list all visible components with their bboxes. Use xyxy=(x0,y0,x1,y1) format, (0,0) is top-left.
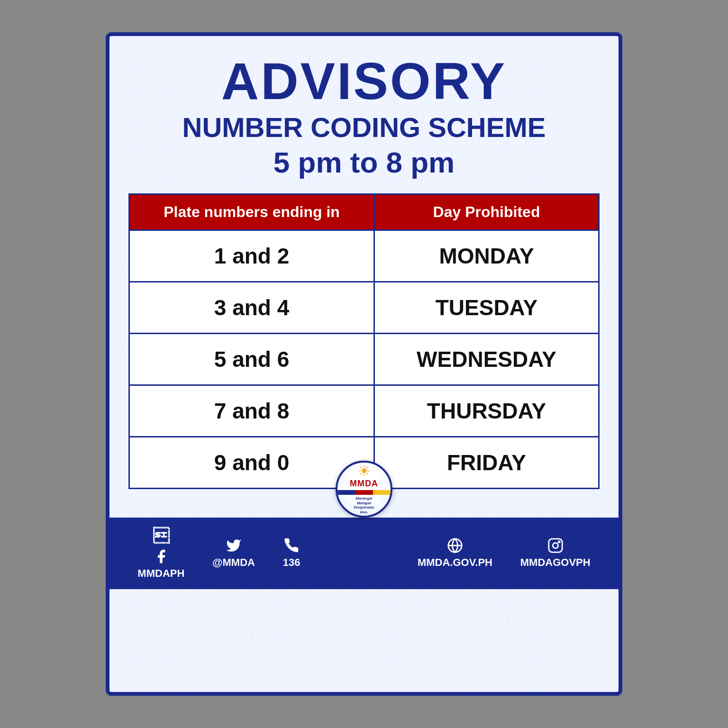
plate-4: 7 and 8 xyxy=(130,386,375,436)
plate-2: 3 and 4 xyxy=(130,282,375,333)
footer:  MMDAPH @MMDA 136 MMD xyxy=(109,518,619,589)
plate-1: 1 and 2 xyxy=(130,231,375,281)
instagram-label: MMDAGOVPH xyxy=(520,556,591,569)
advisory-title: ADVISORY xyxy=(221,55,507,107)
mmda-logo: ☀ MMDA MarangalMatapatDisiplinadoAko. xyxy=(336,461,392,518)
plate-3: 5 and 6 xyxy=(130,334,375,384)
day-3: WEDNESDAY xyxy=(375,334,598,384)
facebook-icon:  xyxy=(153,527,169,546)
footer-facebook:  MMDAPH xyxy=(137,527,184,580)
twitter-svg-icon xyxy=(226,537,242,554)
footer-twitter: @MMDA xyxy=(212,537,255,569)
sun-icon: ☀ xyxy=(357,464,371,479)
advisory-card: ADVISORY NUMBER CODING SCHEME 5 pm to 8 … xyxy=(106,32,622,696)
day-2: TUESDAY xyxy=(375,282,598,333)
footer-website: MMDA.GOV.PH xyxy=(418,537,492,569)
table-header: Plate numbers ending in Day Prohibited xyxy=(130,195,598,231)
phone-svg-icon xyxy=(283,537,300,554)
day-4: THURSDAY xyxy=(375,386,598,436)
day-1: MONDAY xyxy=(375,231,598,281)
globe-svg-icon xyxy=(447,537,463,554)
svg-point-4 xyxy=(558,541,560,543)
coding-table: Plate numbers ending in Day Prohibited 1… xyxy=(128,193,600,489)
footer-phone: 136 xyxy=(283,537,300,569)
footer-instagram: MMDAGOVPH xyxy=(520,537,591,569)
col-plate-header: Plate numbers ending in xyxy=(130,195,375,229)
table-row: 5 and 6 WEDNESDAY xyxy=(130,334,598,386)
table-row: 7 and 8 THURSDAY xyxy=(130,386,598,437)
website-label: MMDA.GOV.PH xyxy=(418,556,492,569)
table-row: 1 and 2 MONDAY xyxy=(130,231,598,282)
scheme-title: NUMBER CODING SCHEME xyxy=(182,112,546,144)
instagram-svg-icon xyxy=(547,537,564,554)
mmda-subtext: MarangalMatapatDisiplinadoAko. xyxy=(354,496,374,514)
col-day-header: Day Prohibited xyxy=(375,195,598,229)
phone-label: 136 xyxy=(283,556,300,569)
day-5: FRIDAY xyxy=(375,437,598,488)
twitter-label: @MMDA xyxy=(212,556,255,569)
facebook-svg-icon xyxy=(153,548,169,564)
time-title: 5 pm to 8 pm xyxy=(273,146,455,179)
table-row: 3 and 4 TUESDAY xyxy=(130,282,598,334)
main-content: ADVISORY NUMBER CODING SCHEME 5 pm to 8 … xyxy=(109,36,619,489)
facebook-label: MMDAPH xyxy=(137,567,184,580)
svg-rect-2 xyxy=(549,539,562,552)
mmda-label: MMDA xyxy=(350,479,378,489)
svg-point-3 xyxy=(553,543,558,548)
